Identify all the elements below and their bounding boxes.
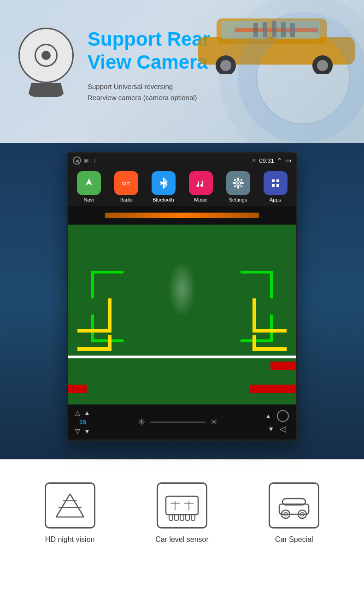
car-svg: [189, 0, 364, 74]
music-icon: [189, 171, 213, 195]
svg-rect-12: [281, 22, 286, 37]
svg-point-7: [317, 60, 328, 71]
hd-night-vision-icon-box: [45, 482, 95, 529]
svg-rect-41: [272, 184, 275, 187]
feature-hd-night-vision: HD night vision: [24, 482, 116, 544]
expand-icon: ⌃: [277, 157, 282, 164]
left-controls: △ ▲ 15 ▽ ▼: [75, 409, 90, 435]
subtitle-line1: Support Universal reversing: [88, 81, 210, 92]
car-level-sensor-label: Car level sensor: [155, 535, 209, 544]
feature-car-level-sensor: Car level sensor: [136, 482, 228, 544]
car-special-svg: [276, 489, 312, 522]
settings-label: Settings: [229, 197, 247, 202]
svg-rect-32: [233, 182, 235, 184]
ctrl-top-row: △ ▲: [75, 409, 90, 416]
device-frame: ◀ ▣ ↓ ) ✕ 09:31 ⌃ ▭ Navi: [67, 152, 297, 441]
triangle-down-fill[interactable]: ▼: [84, 428, 90, 435]
home-circle-button[interactable]: [277, 410, 289, 422]
top-section: Support Rear View Camera Support Univers…: [0, 0, 364, 143]
parking-area: [68, 225, 296, 404]
camera-icon-area: [18, 28, 74, 97]
svg-rect-9: [253, 23, 258, 37]
battery-icon: ▭: [285, 157, 291, 164]
app-item-music[interactable]: Music: [189, 171, 213, 202]
svg-rect-50: [175, 515, 178, 520]
signal-icon: ✕: [252, 157, 256, 164]
car-special-label: Car Special: [275, 535, 313, 544]
status-icons: ▣ ↓ ): [84, 158, 95, 164]
back-button[interactable]: ◀: [73, 156, 81, 165]
svg-point-29: [237, 182, 239, 184]
top-bar: [68, 206, 296, 225]
feature-car-special: Car Special: [248, 482, 340, 544]
app-item-radio[interactable]: Radio: [114, 171, 138, 202]
camera-lens-ring: [35, 44, 58, 67]
svg-point-5: [220, 60, 231, 71]
svg-rect-30: [237, 178, 239, 180]
car-level-sensor-icon-box: [157, 482, 207, 529]
svg-point-6: [312, 55, 333, 74]
light-reflection: [168, 261, 196, 317]
track-down-icon[interactable]: ▼: [268, 425, 274, 433]
status-bar-left: ◀ ▣ ↓ ): [73, 156, 95, 165]
ctrl-bottom-row: ▽ ▼: [75, 428, 90, 435]
camera-circle-icon: [18, 28, 74, 83]
triangle-down-outline[interactable]: ▽: [75, 428, 80, 435]
app-item-settings[interactable]: Settings: [226, 171, 250, 202]
music-label: Music: [194, 197, 207, 202]
camera-lens-dot: [41, 51, 51, 60]
navi-label: Navi: [83, 197, 94, 202]
screen-section: ◀ ▣ ↓ ) ✕ 09:31 ⌃ ▭ Navi: [0, 143, 364, 459]
bottom-controls: △ ▲ 15 ▽ ▼ ✳ ✳ ▲: [68, 404, 296, 440]
red-marker-left: [68, 385, 87, 393]
hd-night-vision-label: HD night vision: [45, 535, 95, 544]
app-item-apps[interactable]: Apps: [264, 171, 288, 202]
svg-line-43: [56, 494, 70, 517]
svg-line-22: [123, 178, 126, 179]
fan-right-icon: ✳: [210, 416, 218, 428]
svg-rect-40: [276, 179, 279, 182]
svg-rect-10: [263, 22, 267, 37]
right-controls: ▲ ▼ ◁: [265, 410, 289, 434]
svg-rect-42: [276, 184, 279, 187]
back-nav-icon[interactable]: ◁: [280, 424, 286, 434]
radio-label: Radio: [119, 197, 133, 202]
svg-point-18: [123, 183, 125, 184]
svg-rect-13: [290, 23, 295, 37]
app-item-bluetooth[interactable]: Bluetooth: [152, 171, 176, 202]
svg-rect-26: [194, 176, 208, 190]
svg-rect-31: [237, 186, 239, 189]
right-top-row: ▲: [265, 410, 289, 422]
red-marker-right: [250, 385, 296, 393]
features-row: HD night vision: [14, 482, 350, 544]
car-level-sensor-svg: [164, 489, 200, 522]
camera-view: [68, 206, 296, 404]
apps-icon: [264, 171, 288, 195]
svg-rect-52: [186, 515, 189, 520]
bluetooth-label: Bluetooth: [153, 197, 174, 202]
car-special-icon-box: [269, 482, 319, 529]
triangle-up-fill[interactable]: ▲: [84, 409, 90, 416]
white-line: [68, 356, 296, 358]
settings-icon: [226, 171, 250, 195]
triangle-up-outline[interactable]: △: [75, 409, 80, 416]
orange-rod: [105, 213, 259, 218]
app-grid: Navi Radio: [68, 167, 296, 206]
status-bar: ◀ ▣ ↓ ) ✕ 09:31 ⌃ ▭: [68, 154, 296, 167]
app-item-navi[interactable]: Navi: [77, 171, 101, 202]
svg-rect-20: [127, 184, 129, 184]
svg-rect-33: [241, 182, 244, 184]
progress-bar[interactable]: [150, 422, 205, 423]
yellow-guide-right: [245, 294, 291, 354]
status-time: 09:31: [259, 157, 274, 164]
track-up-icon[interactable]: ▲: [265, 412, 271, 420]
svg-rect-59: [279, 504, 309, 514]
yellow-guide-left: [73, 294, 119, 354]
svg-rect-11: [272, 21, 276, 37]
center-controls: ✳ ✳: [90, 416, 265, 428]
navi-icon: [77, 171, 101, 195]
red-marker-right-upper: [270, 362, 296, 370]
fan-left-icon: ✳: [138, 416, 146, 428]
status-bar-right: ✕ 09:31 ⌃ ▭: [252, 157, 291, 164]
bottom-features-section: HD night vision: [0, 459, 364, 562]
